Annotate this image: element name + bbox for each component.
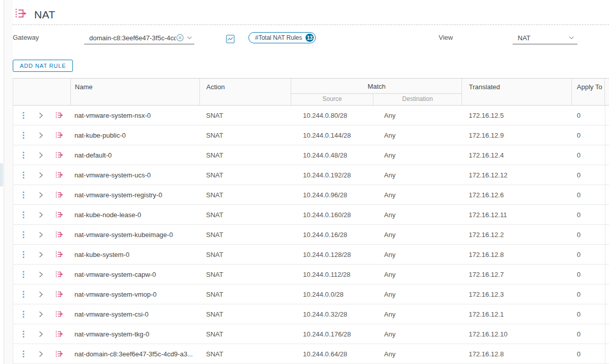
table-row[interactable]: nat-vmware-system-nsx-0 SNAT 10.244.0.80… (13, 106, 609, 125)
row-menu-ellipsis-icon[interactable] (22, 151, 24, 159)
row-menu-ellipsis-icon[interactable] (22, 132, 24, 139)
row-menu-ellipsis-icon[interactable] (22, 171, 24, 179)
nat-rule-icon (55, 211, 63, 219)
row-expand-chevron-icon[interactable] (39, 172, 43, 178)
row-menu-ellipsis-icon[interactable] (22, 291, 24, 298)
header-action[interactable]: Action (199, 79, 291, 105)
gateway-select-value: domain-c8:3eef6e47-3f5c-4cd (89, 34, 176, 42)
rule-action: SNAT (199, 251, 291, 258)
rule-translated: 172.16.12.2 (462, 231, 572, 239)
row-expand-chevron-icon[interactable] (39, 331, 43, 337)
nat-rule-icon (55, 151, 63, 159)
row-expand-chevron-icon[interactable] (39, 192, 43, 198)
table-row[interactable]: nat-vmware-system-vmop-0 SNAT 10.244.0.0… (13, 284, 609, 304)
row-expand-chevron-icon[interactable] (39, 132, 43, 139)
row-menu-ellipsis-icon[interactable] (22, 191, 24, 199)
nat-rules-table: Name Action Match Source Destination Tra… (13, 78, 609, 364)
header-name[interactable]: Name (70, 79, 199, 105)
rule-translated: 172.16.12.6 (462, 191, 572, 199)
row-expand-chevron-icon[interactable] (39, 231, 43, 238)
header-filler (605, 79, 609, 105)
rule-destination: Any (373, 151, 462, 159)
table-row[interactable]: nat-vmware-system-capw-0 SNAT 10.244.0.1… (13, 265, 609, 284)
row-expand-chevron-icon[interactable] (39, 351, 43, 357)
row-expand-chevron-icon[interactable] (39, 271, 43, 278)
row-menu-ellipsis-icon[interactable] (22, 330, 24, 338)
gateway-chevron-down-icon[interactable] (187, 36, 192, 40)
row-controls (13, 131, 70, 139)
table-row[interactable]: nat-kube-system-0 SNAT 10.244.0.128/28 A… (13, 245, 609, 265)
row-expand-chevron-icon[interactable] (39, 311, 43, 318)
rule-apply-to: 0 (572, 106, 605, 125)
header-apply-to[interactable]: Apply To (571, 79, 605, 105)
header-handle-column (13, 79, 70, 105)
row-menu-ellipsis-icon[interactable] (22, 231, 24, 239)
rule-action: SNAT (199, 271, 291, 278)
row-expand-chevron-icon[interactable] (39, 152, 43, 159)
nat-rule-icon (55, 111, 63, 119)
row-menu-ellipsis-icon[interactable] (22, 350, 24, 358)
rule-name: nat-vmware-system-csi-0 (70, 310, 199, 318)
table-row[interactable]: nat-default-0 SNAT 10.244.0.48/28 Any 17… (13, 145, 609, 165)
rule-name: nat-kube-node-lease-0 (70, 211, 199, 219)
add-nat-rule-button[interactable]: ADD NAT RULE (13, 60, 73, 72)
nat-rule-icon (55, 270, 63, 278)
view-select[interactable]: NAT (513, 32, 577, 44)
header-source[interactable]: Source (291, 94, 373, 105)
header-match-group: Match Source Destination (291, 79, 462, 105)
page-title: NAT (34, 9, 55, 21)
table-row[interactable]: nat-vmware-system-kubeimage-0 SNAT 10.24… (13, 225, 609, 245)
row-controls (13, 191, 70, 199)
header-match[interactable]: Match (291, 79, 462, 94)
rule-name: nat-vmware-system-registry-0 (70, 191, 199, 199)
table-row[interactable]: nat-vmware-system-ucs-0 SNAT 10.244.0.19… (13, 165, 609, 185)
gateway-label: Gateway (13, 34, 39, 41)
rule-name: nat-vmware-system-ucs-0 (70, 171, 199, 179)
rule-name: nat-vmware-system-tkg-0 (70, 330, 199, 338)
row-expand-chevron-icon[interactable] (39, 112, 43, 119)
row-controls (13, 310, 70, 318)
clear-gateway-icon[interactable] (176, 34, 184, 42)
rule-translated: 172.16.12.5 (462, 112, 572, 119)
row-menu-ellipsis-icon[interactable] (22, 112, 24, 119)
rule-destination: Any (373, 231, 462, 239)
rule-translated: 172.16.12.12 (462, 171, 572, 179)
header-translated[interactable]: Translated (462, 79, 571, 105)
stats-chart-icon[interactable] (226, 35, 235, 45)
rule-action: SNAT (199, 112, 291, 119)
rule-action: SNAT (199, 310, 291, 318)
row-menu-ellipsis-icon[interactable] (22, 310, 24, 318)
table-row[interactable]: nat-domain-c8:3eef6e47-3f5c-4cd9-a3... S… (13, 344, 609, 364)
nat-rule-icon (55, 310, 63, 318)
rule-source: 10.244.0.112/28 (291, 271, 373, 278)
table-row[interactable]: nat-vmware-system-registry-0 SNAT 10.244… (13, 185, 609, 205)
panel-collapse-handle[interactable] (0, 163, 3, 187)
gateway-select[interactable]: domain-c8:3eef6e47-3f5c-4cd (84, 32, 194, 44)
row-expand-chevron-icon[interactable] (39, 291, 43, 298)
rule-destination: Any (373, 251, 462, 258)
rule-destination: Any (373, 191, 462, 199)
rule-source: 10.244.0.0/28 (291, 291, 373, 298)
rule-source: 10.244.0.144/28 (291, 132, 373, 139)
table-row[interactable]: nat-kube-public-0 SNAT 10.244.0.144/28 A… (13, 125, 609, 145)
nat-rule-icon (55, 330, 63, 338)
row-menu-ellipsis-icon[interactable] (22, 211, 24, 219)
header-destination[interactable]: Destination (373, 94, 462, 105)
rule-destination: Any (373, 350, 462, 358)
row-menu-ellipsis-icon[interactable] (22, 251, 24, 258)
row-expand-chevron-icon[interactable] (39, 251, 43, 258)
rule-source: 10.244.0.16/28 (291, 231, 373, 239)
rule-action: SNAT (199, 191, 291, 199)
row-controls (13, 211, 70, 219)
row-controls (13, 270, 70, 278)
rule-translated: 172.16.12.9 (462, 132, 572, 139)
rule-destination: Any (373, 330, 462, 338)
table-row[interactable]: nat-vmware-system-csi-0 SNAT 10.244.0.32… (13, 304, 609, 324)
total-nat-rules-badge[interactable]: #Total NAT Rules 13 (248, 32, 316, 43)
row-menu-ellipsis-icon[interactable] (22, 271, 24, 278)
table-row[interactable]: nat-vmware-system-tkg-0 SNAT 10.244.0.17… (13, 324, 609, 344)
view-chevron-down-icon[interactable] (569, 36, 574, 40)
row-expand-chevron-icon[interactable] (39, 212, 43, 218)
table-row[interactable]: nat-kube-node-lease-0 SNAT 10.244.0.160/… (13, 205, 609, 225)
total-nat-rules-count: 13 (306, 34, 314, 42)
